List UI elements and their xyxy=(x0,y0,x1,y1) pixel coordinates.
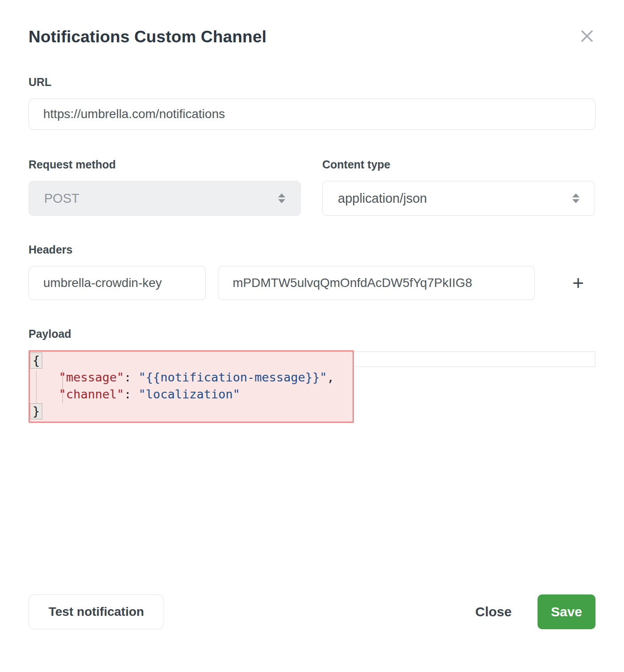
content-type-group: Content type application/json xyxy=(322,158,595,216)
url-field-group: URL xyxy=(29,76,595,130)
notifications-custom-channel-dialog: Notifications Custom Channel URL Request… xyxy=(0,0,624,672)
plus-icon: + xyxy=(572,272,584,294)
headers-label: Headers xyxy=(29,243,595,256)
content-type-label: Content type xyxy=(322,158,595,171)
dialog-header: Notifications Custom Channel xyxy=(29,28,595,46)
code-line: } xyxy=(30,403,353,420)
dialog-footer: Test notification Close Save xyxy=(29,594,595,629)
request-method-group: Request method POST xyxy=(29,158,301,216)
method-contenttype-row: Request method POST Content type applica… xyxy=(29,158,595,216)
header-value-input[interactable] xyxy=(218,266,535,300)
code-line: "channel": "localization" xyxy=(30,386,353,403)
code-line: { xyxy=(30,352,353,369)
request-method-value: POST xyxy=(44,191,79,206)
select-arrows-icon xyxy=(278,193,285,203)
indent-guide xyxy=(62,370,63,403)
close-icon xyxy=(579,29,595,45)
request-method-label: Request method xyxy=(29,158,301,171)
payload-code-block[interactable]: { "message": "{{notification-message}}",… xyxy=(29,350,354,423)
close-dialog-button[interactable]: Close xyxy=(475,604,512,619)
url-input[interactable] xyxy=(29,98,595,130)
headers-group: Headers + xyxy=(29,243,595,300)
test-notification-button[interactable]: Test notification xyxy=(29,594,164,629)
url-label: URL xyxy=(29,76,595,89)
payload-label: Payload xyxy=(29,328,595,340)
close-button[interactable] xyxy=(579,29,595,45)
gutter-line xyxy=(36,370,37,403)
content-type-value: application/json xyxy=(338,191,427,206)
dialog-title: Notifications Custom Channel xyxy=(29,28,595,46)
content-type-select[interactable]: application/json xyxy=(322,181,595,216)
save-button[interactable]: Save xyxy=(538,594,595,629)
payload-group: Payload { "message": "{{notification-mes… xyxy=(29,328,595,422)
header-key-input[interactable] xyxy=(29,266,206,300)
request-method-select: POST xyxy=(29,181,301,216)
add-header-button[interactable]: + xyxy=(572,273,584,293)
code-line: "message": "{{notification-message}}", xyxy=(30,369,353,386)
select-arrows-icon xyxy=(572,193,579,203)
payload-editor[interactable]: { "message": "{{notification-message}}",… xyxy=(29,350,595,422)
header-row: + xyxy=(29,266,595,300)
